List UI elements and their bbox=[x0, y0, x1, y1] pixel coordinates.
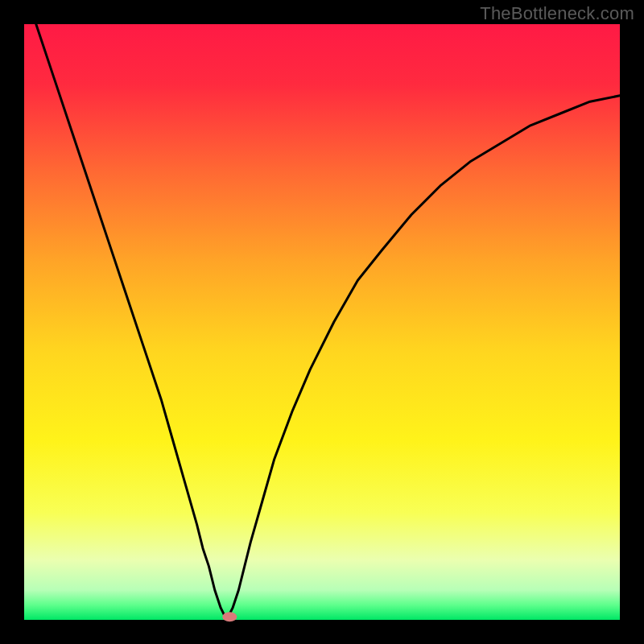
optimum-marker bbox=[222, 612, 237, 621]
bottleneck-chart bbox=[0, 0, 644, 644]
gradient-background bbox=[24, 24, 620, 620]
watermark-text: TheBottleneck.com bbox=[480, 3, 634, 24]
chart-stage: TheBottleneck.com bbox=[0, 0, 644, 644]
